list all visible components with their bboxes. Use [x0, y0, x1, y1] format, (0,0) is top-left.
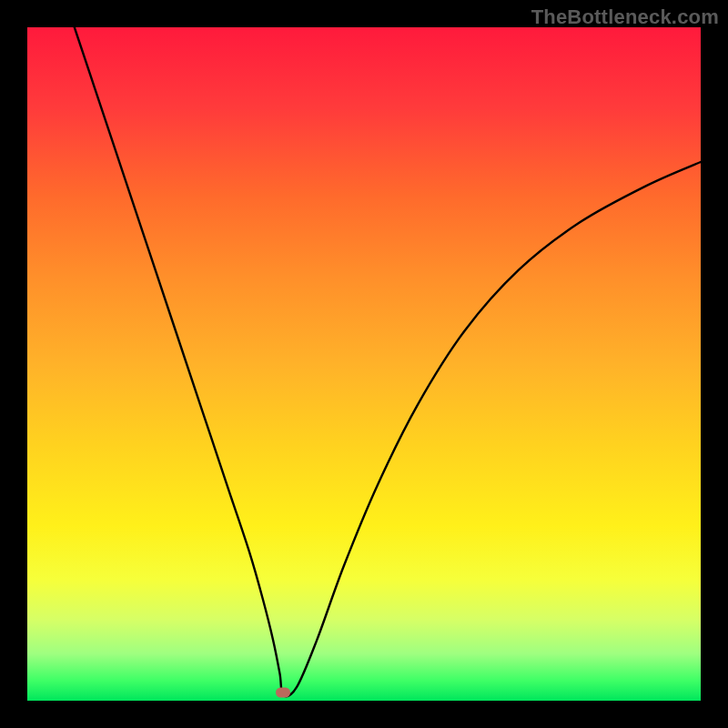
bottleneck-curve: [75, 27, 701, 696]
curve-svg: [27, 27, 701, 701]
watermark-text: TheBottleneck.com: [531, 5, 719, 29]
plot-area: [27, 27, 701, 701]
optimal-point-marker: [276, 688, 290, 698]
chart-frame: TheBottleneck.com: [0, 0, 728, 728]
